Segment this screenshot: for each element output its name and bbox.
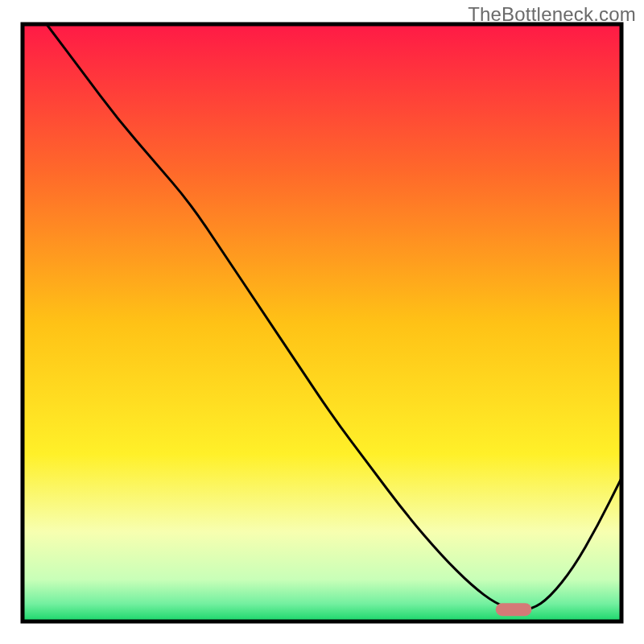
chart-canvas (0, 0, 644, 644)
plot-area (23, 24, 621, 621)
optimal-range-marker (496, 603, 532, 616)
gradient-background (23, 24, 621, 621)
bottleneck-chart: TheBottleneck.com (0, 0, 644, 644)
